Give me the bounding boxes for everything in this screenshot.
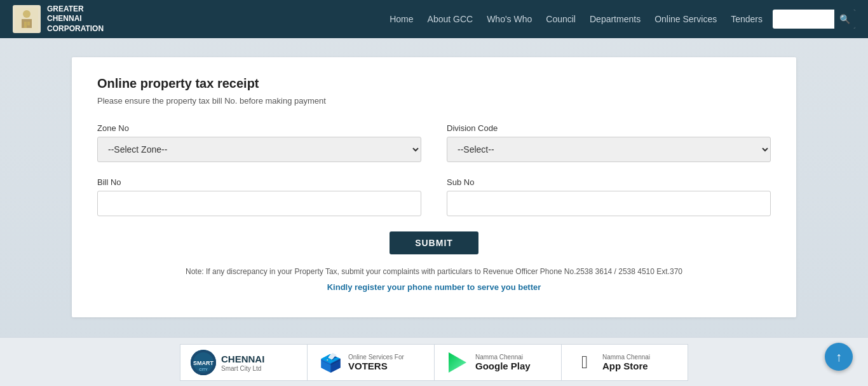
submit-button[interactable]: SUBMIT [390,231,478,254]
svg-text:CITY: CITY [199,368,208,371]
voters-icon-area: 🗳️ [319,351,342,374]
zone-group: Zone No --Select Zone-- Zone 1Zone 2Zone… [97,123,421,162]
form-title: Online property tax receipt [97,76,771,91]
svg-rect-3 [24,22,27,28]
division-label: Division Code [447,123,771,133]
sub-input[interactable] [447,191,771,216]
footer-app-store[interactable]:  Namma Chennai App Store [561,344,688,381]
footer-smart-city[interactable]: SMART CITY CHENNAI Smart City Ltd [180,344,307,381]
voters-icon: 🗳️ [320,352,342,373]
logo-link[interactable]: GREATER CHENNAI CORPORATION [13,4,104,34]
gplay-small-label: Namma Chennai [475,354,531,361]
zone-select[interactable]: --Select Zone-- Zone 1Zone 2Zone 3 Zone … [97,137,421,162]
smart-city-big-label: CHENNAI [221,354,264,365]
app-store-icon-area:  [573,351,596,374]
svg-text:SMART: SMART [193,360,214,366]
svg-marker-9 [449,352,466,373]
appstore-big-label: App Store [602,361,650,372]
svg-rect-4 [27,22,30,25]
appstore-small-label: Namma Chennai [602,354,650,361]
register-link[interactable]: Kindly register your phone number to ser… [97,282,771,292]
form-row-2: Bill No Sub No [97,177,771,216]
footer-voters[interactable]: 🗳️ Online Services For VOTERS [307,344,434,381]
voters-small-label: Online Services For [348,354,404,361]
smart-city-text: CHENNAI Smart City Ltd [221,354,264,372]
nav-tenders[interactable]: Tenders [731,14,763,24]
search-bar: 🔍 [773,10,855,29]
note-text: Note: If any discrepancy in your Propert… [97,267,771,276]
voters-big-label: VOTERS [348,361,404,372]
nav-council[interactable]: Council [546,14,576,24]
apple-icon:  [581,352,588,373]
google-play-icon [446,351,469,374]
footer-google-play[interactable]: Namma Chennai Google Play [434,344,561,381]
nav-home[interactable]: Home [390,14,413,24]
nav-online-services[interactable]: Online Services [654,14,717,24]
site-footer: SMART CITY CHENNAI Smart City Ltd 🗳️ Onl… [0,337,868,386]
org-name: GREATER CHENNAI CORPORATION [47,4,104,34]
main-nav: Home About GCC Who's Who Council Departm… [390,14,763,24]
smart-city-logo-icon: SMART CITY [191,350,216,375]
logo-emblem [13,5,41,33]
nav-departments[interactable]: Departments [590,14,641,24]
search-button[interactable]: 🔍 [834,10,855,29]
search-input[interactable] [773,12,834,27]
google-play-icon-area [446,351,469,374]
page-wrapper: Online property tax receipt Please ensur… [0,38,868,337]
sub-label: Sub No [447,177,771,187]
bill-group: Bill No [97,177,421,216]
form-subtitle: Please ensure the property tax bill No. … [97,96,771,106]
smart-city-icon-area: SMART CITY [192,351,215,374]
bill-input[interactable] [97,191,421,216]
form-container: Online property tax receipt Please ensur… [72,57,796,317]
division-group: Division Code --Select-- [447,123,771,162]
voters-text: Online Services For VOTERS [348,354,404,372]
gplay-big-label: Google Play [475,361,531,372]
submit-row: SUBMIT [97,231,771,254]
zone-label: Zone No [97,123,421,133]
back-to-top-button[interactable]: ↑ [825,343,853,371]
app-store-text: Namma Chennai App Store [602,354,650,372]
sub-group: Sub No [447,177,771,216]
nav-whos-who[interactable]: Who's Who [487,14,532,24]
bill-label: Bill No [97,177,421,187]
nav-about[interactable]: About GCC [428,14,473,24]
form-row-1: Zone No --Select Zone-- Zone 1Zone 2Zone… [97,123,771,162]
google-play-text: Namma Chennai Google Play [475,354,531,372]
site-header: GREATER CHENNAI CORPORATION Home About G… [0,0,868,38]
division-select[interactable]: --Select-- [447,137,771,162]
svg-point-1 [23,10,31,18]
smart-city-sub-label: Smart City Ltd [221,365,264,372]
